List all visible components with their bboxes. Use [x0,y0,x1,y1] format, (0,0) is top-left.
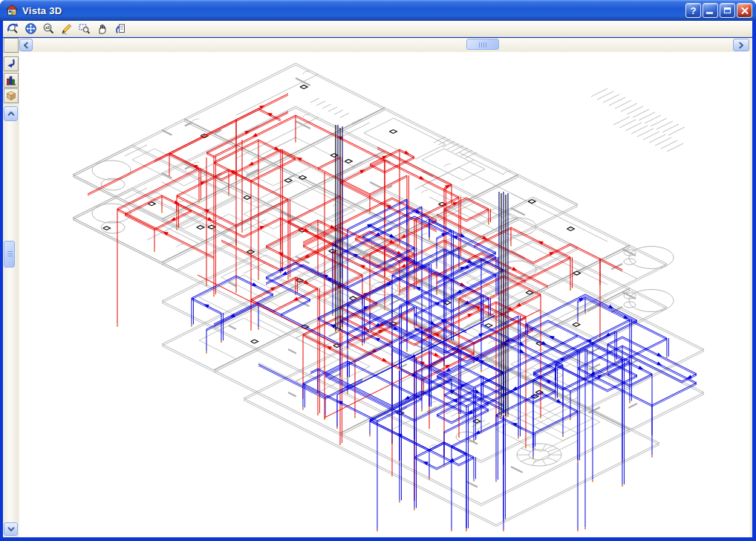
left-toolbar [3,38,19,537]
maximize-button[interactable] [720,3,735,18]
scroll-right-button[interactable] [733,39,749,51]
zoom-window-button[interactable] [78,22,91,35]
minimize-button[interactable] [703,3,718,18]
bar-chart-icon [4,74,18,87]
close-icon [740,7,749,15]
chevron-left-icon [22,41,30,50]
chevron-right-icon [737,41,746,50]
horizontal-scroll-track[interactable] [33,39,733,51]
horizontal-scrollbar[interactable] [19,38,752,52]
viewport-area [19,38,752,537]
scroll-left-button[interactable] [19,39,33,51]
help-button[interactable]: ? [685,3,701,18]
document-return-icon [114,22,126,35]
help-icon: ? [691,5,697,16]
cube-icon [4,89,18,103]
pan-button[interactable] [96,22,108,35]
close-button[interactable] [737,3,752,18]
window-title: Vista 3D [22,5,684,16]
view-report-button[interactable] [114,22,126,35]
chevron-up-icon [7,109,16,118]
viewport-canvas[interactable] [19,52,750,537]
scroll-down-button[interactable] [4,522,18,536]
magnifier-marquee-icon [78,22,91,35]
scroll-up-button[interactable] [4,106,18,121]
hand-icon [96,22,108,35]
titlebar[interactable]: Vista 3D ? [0,0,756,21]
curved-arrow-icon [4,57,18,71]
vertical-scrollbar[interactable] [3,106,19,537]
redline-button[interactable] [60,22,73,35]
chevron-down-icon [7,525,16,534]
magnifier-orbit-icon [7,22,19,35]
horizontal-scroll-thumb[interactable] [466,39,499,50]
zoom-2x-button[interactable]: x2 [42,22,55,35]
spare-button[interactable] [4,38,19,53]
main-toolbar: x2 [3,21,752,37]
pencil-icon [60,22,73,35]
floor-plan-wireframe [73,63,704,527]
vertical-scroll-thumb[interactable] [4,241,15,268]
house-icon [5,4,19,17]
zoom-realtime-button[interactable] [7,22,19,35]
app-window: Vista 3D ? [0,0,756,541]
isometric-model-drawing [19,52,750,537]
svg-text:x2: x2 [45,25,50,30]
vertical-scroll-track[interactable] [4,121,18,522]
maximize-icon [724,7,731,13]
titlebar-buttons: ? [684,3,752,18]
magnifier-x2-icon: x2 [42,22,55,35]
model-3d-button[interactable] [4,88,19,103]
blue-system [192,199,697,531]
client-area [3,38,752,537]
circle-four-arrows-icon [25,22,37,35]
minimize-icon [706,12,713,14]
systems-chart-button[interactable] [4,73,19,88]
zoom-extents-button[interactable] [25,22,37,35]
rotate-view-button[interactable] [4,56,19,71]
